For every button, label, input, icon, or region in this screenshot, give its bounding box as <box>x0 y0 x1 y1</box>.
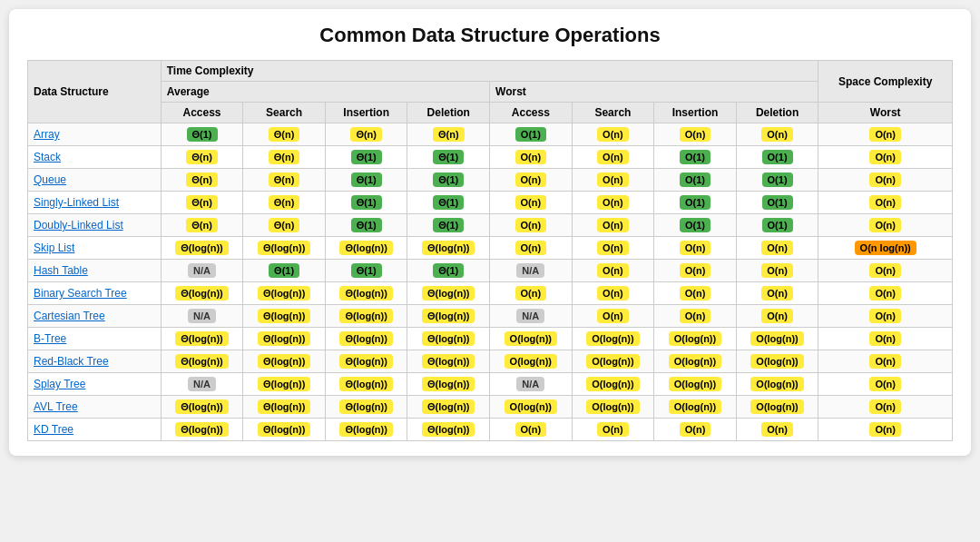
complexity-cell: Θ(log(n)) <box>243 328 326 350</box>
complexity-cell: Θ(log(n)) <box>325 305 407 328</box>
complexity-cell: Θ(1) <box>243 260 326 282</box>
complexity-cell: O(n) <box>818 396 953 419</box>
ds-name-cell[interactable]: B-Tree <box>28 328 162 350</box>
complexity-cell: O(log(n)) <box>490 350 573 373</box>
complexity-cell: Θ(n) <box>243 123 326 146</box>
complexity-cell: O(n) <box>572 146 654 169</box>
complexity-cell: O(1) <box>654 146 737 169</box>
col-avg-access: Access <box>161 103 243 123</box>
ds-name-cell[interactable]: Stack <box>28 146 162 169</box>
complexity-cell: O(log(n)) <box>490 328 573 350</box>
ds-name-cell[interactable]: Binary Search Tree <box>28 282 162 305</box>
complexity-cell: Θ(n) <box>161 169 243 192</box>
col-worst: Worst <box>490 82 818 103</box>
ds-name-cell[interactable]: Array <box>28 123 162 146</box>
complexity-cell: O(n) <box>654 237 737 260</box>
complexity-cell: O(log(n)) <box>572 328 654 350</box>
complexity-cell: O(n) <box>736 123 818 146</box>
complexity-cell: Θ(log(n)) <box>161 350 243 373</box>
col-avg-insertion: Insertion <box>325 103 407 123</box>
complexity-cell: O(n) <box>572 214 654 237</box>
complexity-cell: O(n) <box>490 146 573 169</box>
complexity-cell: O(n) <box>654 123 737 146</box>
table-row: AVL TreeΘ(log(n))Θ(log(n))Θ(log(n))Θ(log… <box>28 396 953 419</box>
ds-name-cell[interactable]: Splay Tree <box>28 373 162 396</box>
complexity-cell: N/A <box>161 260 243 282</box>
complexity-cell: N/A <box>161 305 243 328</box>
complexity-cell: Θ(n) <box>243 169 326 192</box>
complexity-cell: Θ(n) <box>407 123 490 146</box>
complexity-cell: Θ(log(n)) <box>243 350 326 373</box>
complexity-cell: O(n) <box>818 373 953 396</box>
complexity-cell: O(1) <box>736 214 818 237</box>
complexity-cell: O(n) <box>818 305 953 328</box>
ds-name-cell[interactable]: KD Tree <box>28 419 162 441</box>
complexity-cell: Θ(1) <box>325 146 407 169</box>
complexity-cell: O(n) <box>572 192 654 214</box>
complexity-cell: Θ(log(n)) <box>243 282 326 305</box>
col-sc-worst: Worst <box>818 103 953 123</box>
complexity-cell: O(n) <box>736 305 818 328</box>
complexity-cell: O(n) <box>490 169 573 192</box>
ds-name-cell[interactable]: Cartesian Tree <box>28 305 162 328</box>
col-tc: Time Complexity <box>161 61 818 82</box>
complexity-cell: O(n) <box>818 146 953 169</box>
ds-name-cell[interactable]: Singly-Linked List <box>28 192 162 214</box>
complexity-cell: Θ(log(n)) <box>161 328 243 350</box>
complexity-cell: Θ(log(n)) <box>325 373 407 396</box>
table-row: Singly-Linked ListΘ(n)Θ(n)Θ(1)Θ(1)O(n)O(… <box>28 192 953 214</box>
ds-name-cell[interactable]: AVL Tree <box>28 396 162 419</box>
complexity-cell: Θ(n) <box>243 146 326 169</box>
table-row: Binary Search TreeΘ(log(n))Θ(log(n))Θ(lo… <box>28 282 953 305</box>
complexity-cell: O(n) <box>572 169 654 192</box>
complexity-cell: Θ(log(n)) <box>407 237 490 260</box>
ds-name-cell[interactable]: Doubly-Linked List <box>28 214 162 237</box>
complexity-cell: Θ(log(n)) <box>161 419 243 441</box>
header-row-1: Data Structure Time Complexity Space Com… <box>28 61 953 82</box>
complexity-cell: Θ(log(n)) <box>325 419 407 441</box>
complexity-cell: Θ(log(n)) <box>161 282 243 305</box>
complexity-cell: N/A <box>490 260 573 282</box>
ds-name-cell[interactable]: Skip List <box>28 237 162 260</box>
complexity-cell: Θ(log(n)) <box>407 419 490 441</box>
complexity-cell: Θ(n) <box>161 192 243 214</box>
complexity-cell: N/A <box>161 373 243 396</box>
complexity-cell: Θ(1) <box>407 169 490 192</box>
col-wst-search: Search <box>572 103 654 123</box>
complexity-cell: O(n log(n)) <box>818 237 953 260</box>
complexity-cell: Θ(log(n)) <box>325 282 407 305</box>
complexity-table: Data Structure Time Complexity Space Com… <box>27 60 953 441</box>
ds-name-cell[interactable]: Red-Black Tree <box>28 350 162 373</box>
ds-name-cell[interactable]: Queue <box>28 169 162 192</box>
complexity-cell: Θ(n) <box>161 146 243 169</box>
complexity-cell: O(n) <box>490 237 573 260</box>
complexity-cell: O(n) <box>572 260 654 282</box>
col-avg-deletion: Deletion <box>407 103 490 123</box>
complexity-cell: Θ(n) <box>243 214 326 237</box>
col-ds: Data Structure <box>28 61 162 123</box>
complexity-cell: Θ(1) <box>325 260 407 282</box>
complexity-cell: O(log(n)) <box>736 350 818 373</box>
complexity-cell: Θ(1) <box>407 146 490 169</box>
complexity-cell: Θ(log(n)) <box>243 396 326 419</box>
complexity-cell: O(n) <box>654 260 737 282</box>
complexity-cell: O(log(n)) <box>654 328 737 350</box>
complexity-cell: O(n) <box>490 419 573 441</box>
table-row: QueueΘ(n)Θ(n)Θ(1)Θ(1)O(n)O(n)O(1)O(1)O(n… <box>28 169 953 192</box>
complexity-cell: Θ(1) <box>161 123 243 146</box>
complexity-cell: Θ(n) <box>325 123 407 146</box>
page-title: Common Data Structure Operations <box>27 24 953 47</box>
complexity-cell: O(n) <box>654 419 737 441</box>
complexity-cell: O(log(n)) <box>572 396 654 419</box>
complexity-cell: Θ(n) <box>243 192 326 214</box>
complexity-cell: O(n) <box>572 305 654 328</box>
ds-name-cell[interactable]: Hash Table <box>28 260 162 282</box>
header-row-2: Average Worst <box>28 82 953 103</box>
complexity-cell: O(n) <box>818 192 953 214</box>
main-container: Common Data Structure Operations Data St… <box>9 9 971 456</box>
complexity-cell: Θ(log(n)) <box>407 305 490 328</box>
complexity-cell: O(n) <box>572 282 654 305</box>
complexity-cell: O(n) <box>490 282 573 305</box>
complexity-cell: O(n) <box>572 237 654 260</box>
complexity-cell: Θ(log(n)) <box>407 373 490 396</box>
